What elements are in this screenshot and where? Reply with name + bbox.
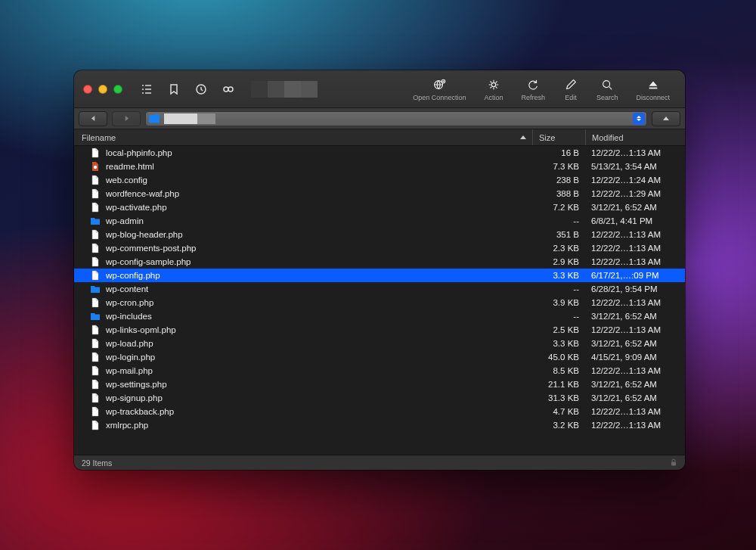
file-modified: 12/22/2…1:13 AM: [585, 366, 685, 375]
minimize-button[interactable]: [98, 85, 107, 94]
file-modified: 12/22/2…1:13 AM: [585, 325, 685, 334]
file-row[interactable]: wp-login.php45.0 KB4/15/21, 9:09 AM: [74, 350, 685, 364]
file-row[interactable]: wordfence-waf.php388 B12/22/2…1:29 AM: [74, 187, 685, 200]
file-modified: 12/22/2…1:13 AM: [585, 421, 685, 430]
file-name: local-phpinfo.php: [106, 148, 532, 157]
file-name: wp-settings.php: [106, 380, 532, 389]
toolbar: Open Connection Action Refresh Edit Sear…: [74, 70, 685, 108]
file-row[interactable]: wp-load.php3.3 KB3/12/21, 6:52 AM: [74, 337, 685, 350]
bookmarks-icon[interactable]: [163, 79, 184, 99]
path-field[interactable]: [145, 111, 647, 126]
file-icon: [89, 148, 101, 158]
file-modified: 5/13/21, 3:54 AM: [585, 162, 685, 171]
open-connection-label: Open Connection: [413, 94, 466, 101]
file-size: --: [532, 216, 585, 225]
file-name: wordfence-waf.php: [106, 189, 532, 198]
search-label: Search: [596, 94, 618, 101]
sort-ascending-icon: [520, 135, 526, 139]
folder-icon: [89, 216, 101, 226]
zoom-button[interactable]: [113, 85, 122, 94]
file-name: wp-blog-header.php: [106, 230, 532, 239]
file-row[interactable]: wp-cron.php3.9 KB12/22/2…1:13 AM: [74, 296, 685, 309]
file-size: 3.3 KB: [532, 271, 585, 280]
file-row[interactable]: readme.html7.3 KB5/13/21, 3:54 AM: [74, 160, 685, 173]
forward-button[interactable]: [112, 111, 141, 126]
file-size: 45.0 KB: [532, 353, 585, 362]
header-filename[interactable]: Filename: [82, 133, 532, 142]
disconnect-button[interactable]: Disconnect: [630, 77, 676, 101]
title-redacted: [251, 81, 318, 98]
folder-icon: [149, 114, 160, 123]
file-name: xmlrpc.php: [106, 421, 532, 430]
outline-view-icon[interactable]: [136, 79, 157, 99]
file-size: --: [532, 284, 585, 294]
file-icon: [89, 338, 101, 349]
file-size: 3.2 KB: [532, 421, 585, 430]
file-modified: 12/22/2…1:13 AM: [585, 257, 685, 266]
globe-plus-icon: [432, 77, 447, 92]
edit-button[interactable]: Edit: [557, 77, 584, 101]
ftp-window: Open Connection Action Refresh Edit Sear…: [74, 70, 685, 470]
file-row[interactable]: wp-signup.php31.3 KB3/12/21, 6:52 AM: [74, 391, 685, 405]
svg-point-5: [491, 82, 495, 86]
file-row[interactable]: wp-includes--3/12/21, 6:52 AM: [74, 309, 685, 323]
refresh-button[interactable]: Refresh: [515, 77, 551, 101]
file-size: 21.1 KB: [532, 380, 585, 389]
back-button[interactable]: [79, 111, 107, 126]
file-row[interactable]: xmlrpc.php3.2 KB12/22/2…1:13 AM: [74, 418, 685, 432]
svg-point-8: [94, 166, 97, 169]
column-headers: Filename Size Modified: [74, 129, 685, 146]
bonjour-icon[interactable]: [218, 79, 239, 99]
file-name: wp-config-sample.php: [106, 257, 532, 266]
file-modified: 3/12/21, 6:52 AM: [585, 312, 685, 321]
folder-icon: [89, 311, 101, 322]
path-dropdown-icon[interactable]: [633, 113, 645, 125]
open-connection-button[interactable]: Open Connection: [407, 77, 472, 101]
file-name: wp-links-opml.php: [106, 325, 532, 334]
file-modified: 12/22/2…1:13 AM: [585, 298, 685, 307]
action-button[interactable]: Action: [478, 77, 509, 101]
edit-label: Edit: [565, 94, 577, 101]
file-row[interactable]: wp-config-sample.php2.9 KB12/22/2…1:13 A…: [74, 255, 685, 269]
search-icon: [600, 77, 615, 92]
file-modified: 12/22/2…1:24 AM: [585, 176, 685, 185]
file-row[interactable]: wp-trackback.php4.7 KB12/22/2…1:13 AM: [74, 405, 685, 418]
file-row[interactable]: wp-mail.php8.5 KB12/22/2…1:13 AM: [74, 364, 685, 378]
header-size[interactable]: Size: [532, 129, 585, 145]
file-list[interactable]: local-phpinfo.php16 B12/22/2…1:13 AMread…: [74, 146, 685, 455]
file-row[interactable]: wp-content--6/28/21, 9:54 PM: [74, 282, 685, 296]
file-name: wp-login.php: [106, 353, 532, 362]
header-modified[interactable]: Modified: [585, 129, 685, 145]
file-row[interactable]: web.config238 B12/22/2…1:24 AM: [74, 173, 685, 187]
file-size: 7.2 KB: [532, 203, 585, 212]
file-icon: [89, 420, 101, 430]
close-button[interactable]: [83, 85, 92, 94]
file-size: 31.3 KB: [532, 393, 585, 402]
file-icon: [89, 352, 101, 362]
svg-point-2: [228, 87, 233, 92]
file-size: 16 B: [532, 148, 585, 157]
up-button[interactable]: [652, 111, 680, 126]
file-size: 388 B: [532, 189, 585, 198]
file-modified: 3/12/21, 6:52 AM: [585, 203, 685, 212]
file-row[interactable]: local-phpinfo.php16 B12/22/2…1:13 AM: [74, 146, 685, 160]
history-icon[interactable]: [191, 79, 212, 99]
file-row[interactable]: wp-blog-header.php351 B12/22/2…1:13 AM: [74, 228, 685, 241]
file-name: wp-comments-post.php: [106, 244, 532, 253]
file-row[interactable]: wp-links-opml.php2.5 KB12/22/2…1:13 AM: [74, 323, 685, 337]
file-row[interactable]: wp-activate.php7.2 KB3/12/21, 6:52 AM: [74, 200, 685, 214]
file-row[interactable]: wp-admin--6/8/21, 4:41 PM: [74, 214, 685, 228]
search-button[interactable]: Search: [590, 77, 624, 101]
svg-rect-7: [649, 87, 657, 89]
file-row[interactable]: wp-comments-post.php2.3 KB12/22/2…1:13 A…: [74, 241, 685, 255]
file-modified: 12/22/2…1:13 AM: [585, 244, 685, 253]
folder-icon: [89, 284, 101, 294]
file-modified: 12/22/2…1:13 AM: [585, 407, 685, 416]
file-row[interactable]: wp-settings.php21.1 KB3/12/21, 6:52 AM: [74, 378, 685, 391]
eject-icon: [646, 77, 661, 92]
file-name: wp-content: [106, 284, 532, 294]
file-row[interactable]: wp-config.php3.3 KB6/17/21,…:09 PM: [74, 269, 685, 282]
file-icon: [89, 325, 101, 335]
file-icon: [89, 229, 101, 240]
svg-point-1: [224, 87, 228, 92]
